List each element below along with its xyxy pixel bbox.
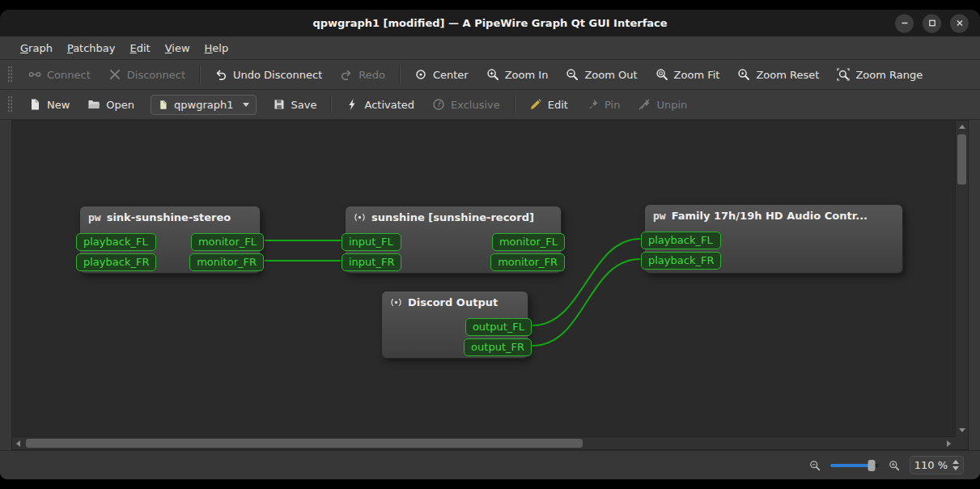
graph-node-family-hd-audio[interactable]: pw Family 17h/19h HD Audio Contr... play… [644,204,903,274]
save-button[interactable]: Save [265,93,325,116]
undo-disconnect-label: Undo Disconnect [233,69,322,81]
connections-layer [12,121,953,436]
port-input[interactable]: input_FR [342,253,401,271]
spin-up-icon[interactable] [952,460,959,464]
zoom-in-button[interactable]: Zoom In [478,63,557,86]
port-output[interactable]: monitor_FL [492,233,565,251]
center-icon [414,68,427,81]
connect-button[interactable]: Connect [20,63,99,86]
toolbar-graph: Connect Disconnect Undo Disconnect Redo … [0,60,980,90]
zoom-reset-button[interactable]: Zoom Reset [729,63,827,86]
maximize-button[interactable] [923,14,941,32]
port-output[interactable]: monitor_FL [191,233,264,251]
zoom-out-button[interactable]: Zoom Out [558,63,645,86]
redo-icon [340,68,353,81]
edit-pencil-icon [529,98,542,111]
zoom-range-icon [837,68,850,81]
new-button[interactable]: New [20,93,78,116]
unpin-button[interactable]: Unpin [630,93,695,116]
port-output[interactable]: output_FR [464,338,532,356]
spin-down-icon[interactable] [952,466,959,470]
zoom-range-button[interactable]: Zoom Range [829,63,931,86]
graph-node-discord-output[interactable]: Discord Output output_FL output_FR [381,291,528,359]
undo-disconnect-button[interactable]: Undo Disconnect [206,63,330,86]
toolbar-separator [399,66,401,83]
port-input[interactable]: playback_FR [76,253,156,271]
pin-label: Pin [605,99,620,111]
redo-label: Redo [358,69,385,81]
scroll-down-arrow-icon[interactable] [959,428,965,432]
graph-canvas[interactable]: pw sink-sunshine-stereo playback_FL play… [12,121,955,436]
window-controls [895,14,969,32]
toolbar-file: New Open qpwgraph1 Save Activated f Excl… [0,90,980,120]
zoom-fit-label: Zoom Fit [674,69,720,81]
port-input[interactable]: input_FL [342,233,401,251]
zoom-in-label: Zoom In [505,69,549,81]
graph-node-sunshine[interactable]: sunshine [sunshine-record] input_FL inpu… [345,206,562,274]
zoom-in-icon[interactable] [889,460,900,471]
exclusive-button[interactable]: f Exclusive [424,93,508,116]
disconnect-button[interactable]: Disconnect [100,63,193,86]
stream-icon [390,296,402,308]
node-title: Family 17h/19h HD Audio Contr... [672,210,868,222]
open-button[interactable]: Open [79,93,142,116]
zoom-spinbox[interactable]: 110 % [910,456,964,474]
port-output[interactable]: monitor_FR [490,253,565,271]
zoom-reset-label: Zoom Reset [756,69,819,81]
node-title: sunshine [sunshine-record] [371,211,534,223]
toolbar-grip[interactable] [7,66,13,83]
port-input[interactable]: playback_FR [641,252,721,270]
vertical-scroll-thumb[interactable] [957,134,966,185]
redo-button[interactable]: Redo [332,63,393,86]
zoom-out-icon[interactable] [809,460,821,471]
pin-button[interactable]: Pin [578,93,628,116]
zoom-fit-button[interactable]: Zoom Fit [647,63,728,86]
port-input[interactable]: playback_FL [641,232,721,249]
zoom-out-icon [566,68,579,81]
zoom-slider-handle[interactable] [868,460,875,471]
center-button[interactable]: Center [406,63,477,86]
menu-edit[interactable]: Edit [123,39,158,57]
port-output[interactable]: output_FL [465,318,532,336]
pipewire-icon: pw [653,210,666,222]
titlebar[interactable]: qpwgraph1 [modified] — A PipeWire Graph … [0,10,980,36]
menu-help[interactable]: Help [197,39,236,57]
unpin-icon [638,98,651,111]
menu-patchbay[interactable]: Patchbay [60,39,123,57]
menu-view[interactable]: View [158,39,197,57]
edit-label: Edit [548,99,568,111]
activated-button[interactable]: Activated [337,93,422,116]
zoom-reset-icon [737,68,750,81]
scroll-up-arrow-icon[interactable] [959,125,965,129]
node-header: pw sink-sunshine-stereo [80,206,260,228]
toolbar-separator [199,66,201,83]
node-title: Discord Output [408,296,498,308]
close-button[interactable] [950,14,969,32]
node-header: Discord Output [382,291,528,313]
disconnect-label: Disconnect [127,69,185,81]
graph-node-sink-sunshine-stereo[interactable]: pw sink-sunshine-stereo playback_FL play… [79,206,261,274]
patchbay-combo[interactable]: qpwgraph1 [151,95,256,115]
zoom-spin-buttons [952,460,959,470]
edit-button[interactable]: Edit [521,93,576,116]
vertical-scrollbar[interactable] [955,121,968,436]
port-output[interactable]: monitor_FR [189,253,264,271]
new-label: New [47,99,70,111]
toolbar-separator [330,96,332,113]
horizontal-scroll-thumb[interactable] [26,439,583,448]
exclusive-label: Exclusive [451,99,500,111]
activated-label: Activated [364,99,414,111]
minimize-button[interactable] [895,14,914,32]
horizontal-scrollbar[interactable] [12,436,955,449]
zoom-slider[interactable] [830,464,879,467]
menu-graph[interactable]: Graph [13,39,60,57]
open-label: Open [106,99,134,111]
statusbar: 110 % [0,450,980,479]
undo-icon [214,68,227,81]
toolbar-grip[interactable] [7,96,13,113]
disconnect-icon [108,68,121,81]
save-icon [273,98,286,111]
scroll-right-arrow-icon[interactable] [947,440,951,447]
port-input[interactable]: playback_FL [76,233,156,251]
scroll-left-arrow-icon[interactable] [16,440,20,447]
